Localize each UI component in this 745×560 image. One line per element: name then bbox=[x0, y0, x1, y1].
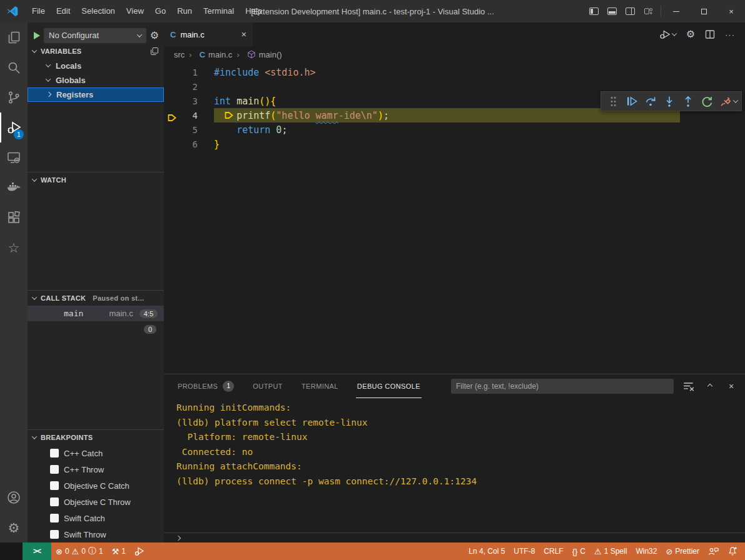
explorer-icon[interactable] bbox=[0, 22, 28, 52]
tab-main-c[interactable]: C main.c × bbox=[164, 22, 253, 46]
more-actions-icon[interactable]: ··· bbox=[725, 30, 735, 39]
menu-terminal[interactable]: Terminal bbox=[198, 0, 240, 22]
split-editor-icon[interactable] bbox=[705, 29, 715, 39]
breakpoint-objective-c-throw[interactable]: Objective C Throw bbox=[28, 494, 164, 510]
close-panel-icon[interactable]: × bbox=[725, 380, 737, 392]
line-number[interactable]: 2 bbox=[164, 82, 214, 92]
settings-gear-icon[interactable]: ⚙ bbox=[0, 512, 28, 542]
customize-layout-icon[interactable] bbox=[644, 8, 653, 15]
status-language-mode[interactable]: {}C bbox=[568, 542, 590, 560]
breakpoint-objective-c-catch[interactable]: Objective C Catch bbox=[28, 478, 164, 494]
variables-header[interactable]: VARIABLES bbox=[28, 44, 164, 59]
status-corner bbox=[0, 542, 23, 560]
maximize-button[interactable] bbox=[690, 0, 717, 22]
panel-tab-output[interactable]: OUTPUT bbox=[251, 374, 284, 398]
breakpoint-checkbox[interactable] bbox=[50, 449, 59, 458]
restart-button[interactable] bbox=[699, 93, 715, 109]
code-editor[interactable]: 1#include <stdio.h>23int main(){4 printf… bbox=[164, 62, 745, 374]
breakpoint-c-throw[interactable]: C++ Throw bbox=[28, 461, 164, 478]
tab-close-icon[interactable]: × bbox=[241, 29, 246, 39]
line-number[interactable]: 5 bbox=[164, 125, 214, 135]
debug-console-input[interactable] bbox=[164, 532, 745, 542]
panel-tab-terminal[interactable]: TERMINAL bbox=[300, 374, 340, 398]
menu-file[interactable]: File bbox=[26, 0, 51, 22]
remote-indicator[interactable]: >< bbox=[23, 542, 51, 560]
menu-go[interactable]: Go bbox=[150, 0, 171, 22]
source-control-icon[interactable] bbox=[0, 82, 28, 112]
status-encoding[interactable]: UTF-8 bbox=[509, 542, 539, 560]
breakpoint-checkbox[interactable] bbox=[50, 514, 59, 522]
problems-status[interactable]: ⊗0 ⚠0 ⓘ1 bbox=[51, 542, 108, 560]
console-filter-input[interactable] bbox=[451, 379, 674, 394]
remote-explorer-icon[interactable] bbox=[0, 142, 28, 172]
step-out-button[interactable] bbox=[680, 93, 696, 109]
breakpoint-checkbox[interactable] bbox=[50, 530, 59, 539]
breakpoint-swift-catch[interactable]: Swift Catch bbox=[28, 510, 164, 526]
scope-locals[interactable]: Locals bbox=[28, 59, 164, 73]
minimize-button[interactable] bbox=[662, 0, 690, 22]
line-number[interactable]: 4 bbox=[164, 111, 214, 121]
maximize-panel-icon[interactable] bbox=[704, 380, 716, 392]
run-or-debug-button[interactable] bbox=[659, 29, 676, 40]
clear-console-icon[interactable] bbox=[682, 380, 695, 392]
watch-header[interactable]: WATCH bbox=[28, 172, 164, 188]
line-number[interactable]: 1 bbox=[164, 68, 214, 78]
breadcrumb-item-1[interactable]: Cmain.c bbox=[185, 50, 232, 59]
disconnect-button[interactable] bbox=[717, 93, 734, 109]
step-over-button[interactable] bbox=[642, 93, 659, 109]
search-icon[interactable] bbox=[0, 52, 28, 82]
accounts-icon[interactable] bbox=[0, 482, 28, 512]
toolbar-drag-gripper[interactable] bbox=[605, 93, 621, 109]
scope-globals[interactable]: Globals bbox=[28, 73, 164, 88]
configure-gear-icon[interactable]: ⚙ bbox=[150, 29, 159, 41]
code-line-5[interactable]: 5 return 0; bbox=[164, 122, 745, 137]
star-icon[interactable]: ☆ bbox=[0, 232, 28, 262]
tab-strip: C main.c × ⚙ ··· bbox=[164, 22, 745, 46]
menu-selection[interactable]: Selection bbox=[76, 0, 120, 22]
toggle-sidebar-icon[interactable] bbox=[589, 8, 599, 15]
breakpoint-checkbox[interactable] bbox=[50, 465, 59, 474]
breakpoints-header[interactable]: BREAKPOINTS bbox=[28, 430, 164, 445]
status-spell-checker[interactable]: ⚠1 Spell bbox=[590, 542, 631, 560]
scope-registers[interactable]: Registers bbox=[28, 88, 164, 102]
breakpoint-c-catch[interactable]: C++ Catch bbox=[28, 445, 164, 461]
line-number[interactable]: 6 bbox=[164, 139, 214, 149]
status-platform[interactable]: Win32 bbox=[631, 542, 661, 560]
code-line-6[interactable]: 6} bbox=[164, 137, 745, 151]
extensions-icon[interactable] bbox=[0, 202, 28, 232]
menu-edit[interactable]: Edit bbox=[51, 0, 76, 22]
continue-button[interactable] bbox=[624, 93, 640, 109]
status-eol[interactable]: CRLF bbox=[539, 542, 567, 560]
debug-status-icon[interactable] bbox=[130, 542, 149, 560]
panel-tab-problems[interactable]: PROBLEMS1 bbox=[176, 374, 235, 398]
status-cursor-position[interactable]: Ln 4, Col 5 bbox=[464, 542, 509, 560]
copy-icon[interactable] bbox=[150, 47, 159, 56]
run-and-debug-icon[interactable]: 1 bbox=[0, 112, 28, 142]
feedback-icon[interactable] bbox=[704, 542, 723, 560]
debug-toolbar-dropdown-icon[interactable] bbox=[733, 98, 738, 102]
step-into-button[interactable] bbox=[661, 93, 677, 109]
docker-icon[interactable] bbox=[0, 172, 28, 202]
notifications-bell-icon[interactable] bbox=[723, 542, 745, 560]
debug-config-dropdown[interactable]: No Configurat bbox=[44, 28, 146, 43]
toggle-secondary-sidebar-icon[interactable] bbox=[626, 8, 635, 15]
close-window-button[interactable]: × bbox=[717, 0, 745, 22]
breakpoint-checkbox[interactable] bbox=[50, 498, 59, 506]
code-text: return 0; bbox=[214, 124, 287, 136]
editor-settings-gear-icon[interactable]: ⚙ bbox=[686, 29, 695, 39]
toggle-panel-icon[interactable] bbox=[607, 8, 617, 15]
breadcrumb-item-0[interactable]: src bbox=[174, 50, 185, 59]
panel-tab-debug-console[interactable]: DEBUG CONSOLE bbox=[356, 374, 422, 398]
stack-frame[interactable]: mainmain.c4:5 bbox=[28, 306, 164, 321]
menu-view[interactable]: View bbox=[121, 0, 150, 22]
breakpoint-checkbox[interactable] bbox=[50, 481, 59, 490]
breakpoint-swift-throw[interactable]: Swift Throw bbox=[28, 526, 164, 542]
line-number[interactable]: 3 bbox=[164, 96, 214, 106]
breadcrumb-item-2[interactable]: main() bbox=[232, 50, 281, 59]
status-prettier[interactable]: ⊘Prettier bbox=[661, 542, 704, 560]
forwarded-ports-status[interactable]: ⚒1 bbox=[108, 542, 130, 560]
call-stack-header[interactable]: CALL STACK Paused on st... bbox=[28, 291, 164, 306]
code-line-1[interactable]: 1#include <stdio.h> bbox=[164, 65, 745, 79]
start-debug-icon[interactable] bbox=[34, 32, 40, 39]
menu-run[interactable]: Run bbox=[171, 0, 198, 22]
